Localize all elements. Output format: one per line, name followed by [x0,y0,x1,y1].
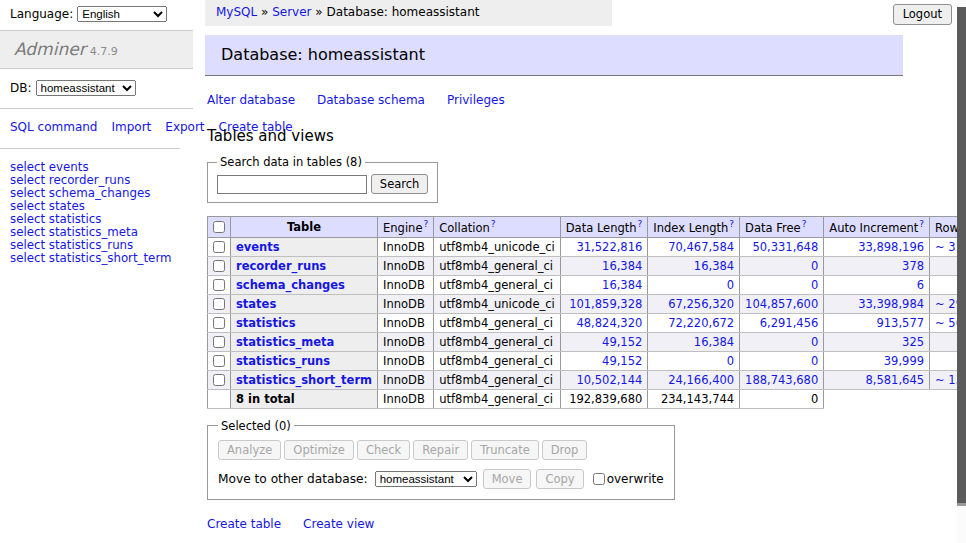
tables-tbody: eventsInnoDButf8mb4_unicode_ci31,522,816… [208,237,966,408]
data-length-link[interactable]: 49,152 [602,335,642,349]
help-icon[interactable]: ? [491,219,496,229]
copy-button[interactable]: Copy [536,469,583,489]
auto-increment-link[interactable]: 33,398,984 [858,297,924,311]
sidebar-action-export[interactable]: Export [165,120,204,134]
data-free-link[interactable]: 0 [811,278,818,292]
sidebar-item-select-recorder-runs[interactable]: select recorder_runs [10,174,193,187]
create-link-create-view[interactable]: Create view [303,517,374,531]
row-checkbox-events[interactable] [213,241,225,253]
logout-button[interactable]: Logout [893,4,952,25]
table-link-statistics[interactable]: statistics [236,316,296,330]
sidebar-action-sql-command[interactable]: SQL command [10,120,97,134]
sidebar-item-select-statistics-meta[interactable]: select statistics_meta [10,226,193,239]
row-checkbox-schema_changes[interactable] [213,279,225,291]
search-button[interactable]: Search [371,174,429,194]
sidebar-item-select-statistics-runs[interactable]: select statistics_runs [10,239,193,252]
data-length-link[interactable]: 16,384 [602,259,642,273]
table-link-recorder_runs[interactable]: recorder_runs [236,259,326,273]
repair-button[interactable]: Repair [413,440,468,460]
sidebar-item-select-events[interactable]: select events [10,161,193,174]
collation-cell: utf8mb4_general_ci [434,370,561,389]
auto-increment-link[interactable]: 8,581,645 [866,373,925,387]
create-link-create-table[interactable]: Create table [207,517,281,531]
data-length-link[interactable]: 10,502,144 [576,373,642,387]
data-free-link[interactable]: 0 [811,354,818,368]
db-link-privileges[interactable]: Privileges [447,93,505,107]
data-free-link[interactable]: 0 [811,335,818,349]
select-all-checkbox[interactable] [213,221,225,233]
table-link-statistics_runs[interactable]: statistics_runs [236,354,330,368]
analyze-button[interactable]: Analyze [218,440,281,460]
column-header-label: Auto Increment [829,221,918,235]
auto-increment-link[interactable]: 378 [902,259,924,273]
data-free-link[interactable]: 50,331,648 [752,240,818,254]
index-length-link[interactable]: 0 [727,354,734,368]
table-row: eventsInnoDButf8mb4_unicode_ci31,522,816… [208,237,966,256]
data-length-link[interactable]: 49,152 [602,354,642,368]
truncate-button[interactable]: Truncate [471,440,539,460]
table-link-schema_changes[interactable]: schema_changes [236,278,345,292]
breadcrumb-item-server[interactable]: Server [272,5,311,19]
move-button[interactable]: Move [483,469,532,489]
index-length-link[interactable]: 67,256,320 [668,297,734,311]
db-link-alter-database[interactable]: Alter database [207,93,295,107]
auto-increment-link[interactable]: 6 [917,278,924,292]
checkbox-cell [208,370,231,389]
scrollbar[interactable] [957,0,966,543]
db-link-database-schema[interactable]: Database schema [317,93,425,107]
data-free-link[interactable]: 188,743,680 [745,373,818,387]
index-length-link[interactable]: 72,220,672 [668,316,734,330]
index-length-link[interactable]: 24,166,400 [668,373,734,387]
help-icon[interactable]: ? [423,219,428,229]
index-length-link[interactable]: 16,384 [694,335,734,349]
row-checkbox-statistics[interactable] [213,317,225,329]
db-select[interactable]: homeassistant [36,80,136,96]
auto-increment-link[interactable]: 39,999 [884,354,924,368]
data-length-link[interactable]: 31,522,816 [576,240,642,254]
help-icon[interactable]: ? [729,219,734,229]
optimize-button[interactable]: Optimize [284,440,354,460]
index-length-cell: 0 [648,351,740,370]
auto-increment-link[interactable]: 33,898,196 [858,240,924,254]
breadcrumb-item-mysql[interactable]: MySQL [216,5,257,19]
row-checkbox-states[interactable] [213,298,225,310]
help-icon[interactable]: ? [638,219,643,229]
row-checkbox-statistics_short_term[interactable] [213,374,225,386]
data-free-link[interactable]: 104,857,600 [745,297,818,311]
language-select[interactable]: English [77,6,167,22]
sidebar-item-select-states[interactable]: select states [10,200,193,213]
search-input[interactable] [217,175,367,194]
check-button[interactable]: Check [357,440,410,460]
sidebar-action-import[interactable]: Import [111,120,151,134]
index-length-link[interactable]: 16,384 [694,259,734,273]
scrollbar-thumb[interactable] [957,7,966,503]
sidebar-item-select-schema-changes[interactable]: select schema_changes [10,187,193,200]
auto-increment-link[interactable]: 913,577 [876,316,924,330]
help-icon[interactable]: ? [919,219,924,229]
index-length-link[interactable]: 0 [727,278,734,292]
index-length-cell: 0 [648,275,740,294]
table-link-events[interactable]: events [236,240,280,254]
row-checkbox-statistics_meta[interactable] [213,336,225,348]
data-length-link[interactable]: 16,384 [602,278,642,292]
sidebar-item-select-statistics[interactable]: select statistics [10,213,193,226]
row-checkbox-statistics_runs[interactable] [213,355,225,367]
help-icon[interactable]: ? [802,219,807,229]
table-link-states[interactable]: states [236,297,276,311]
sidebar-item-select-statistics-short-term[interactable]: select statistics_short_term [10,252,193,265]
total-index-length-cell: 234,143,744 [648,389,740,408]
data-free-link[interactable]: 6,291,456 [760,316,819,330]
row-checkbox-recorder_runs[interactable] [213,260,225,272]
move-database-select[interactable]: homeassistant [375,471,477,487]
index-length-link[interactable]: 70,467,584 [668,240,734,254]
drop-button[interactable]: Drop [542,440,588,460]
data-free-link[interactable]: 0 [811,259,818,273]
table-link-statistics_meta[interactable]: statistics_meta [236,335,334,349]
auto-increment-link[interactable]: 325 [902,335,924,349]
table-link-statistics_short_term[interactable]: statistics_short_term [236,373,372,387]
data-length-cell: 31,522,816 [560,237,648,256]
data-length-link[interactable]: 101,859,328 [569,297,642,311]
data-length-link[interactable]: 48,824,320 [576,316,642,330]
selected-legend: Selected (0) [218,419,294,433]
overwrite-checkbox[interactable] [593,473,605,485]
